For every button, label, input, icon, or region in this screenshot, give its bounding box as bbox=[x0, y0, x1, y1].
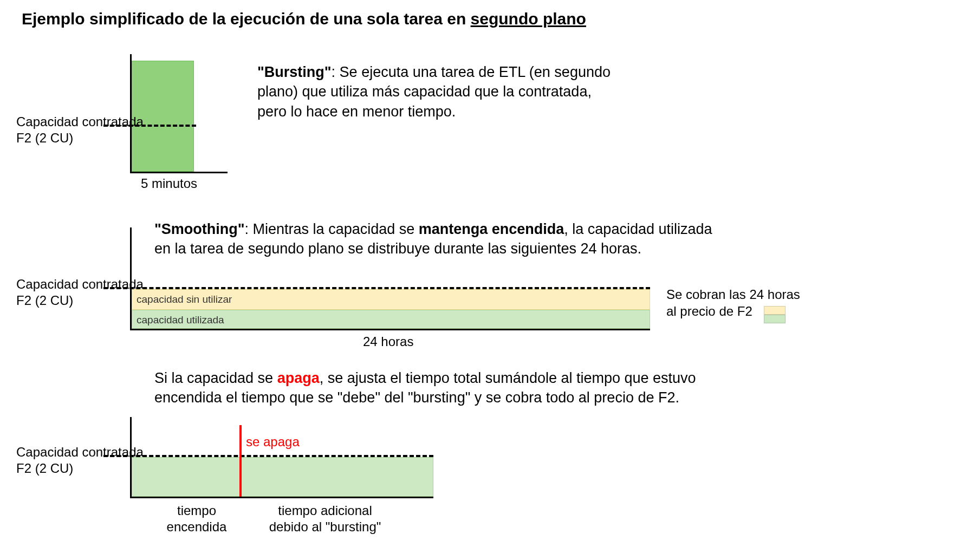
swatch-unused bbox=[764, 306, 786, 315]
bursting-concept: "Bursting" bbox=[257, 64, 332, 80]
note-line1: Se cobran las 24 horas bbox=[666, 287, 800, 302]
unused-capacity-label: capacidad sin utilizar bbox=[137, 294, 232, 305]
chart1-description: "Bursting": Se ejecuta una tarea de ETL … bbox=[257, 62, 615, 121]
x-axis bbox=[130, 172, 228, 173]
x-axis bbox=[130, 497, 433, 498]
title-underline: segundo plano bbox=[471, 10, 586, 28]
chart1-x-label: 5 minutos bbox=[141, 176, 197, 191]
chart2-x-label: 24 horas bbox=[363, 334, 413, 349]
ylabel-line1: Capacidad contratada bbox=[16, 114, 144, 129]
ylabel-line2: F2 (2 CU) bbox=[16, 461, 73, 476]
xlabel-left-1: tiempo bbox=[177, 503, 216, 518]
chart1-y-label: Capacidad contratada F2 (2 CU) bbox=[16, 114, 144, 146]
ylabel-line2: F2 (2 CU) bbox=[16, 293, 73, 308]
shutdown-line bbox=[239, 425, 242, 498]
xlabel-right-2: debido al "bursting" bbox=[269, 519, 381, 534]
chart3-description: Si la capacidad se apaga, se ajusta el t… bbox=[154, 368, 734, 408]
title-prefix: Ejemplo simplificado de la ejecución de … bbox=[22, 10, 471, 28]
xlabel-right-1: tiempo adicional bbox=[278, 503, 372, 518]
chart2-y-label: Capacidad contratada F2 (2 CU) bbox=[16, 276, 144, 309]
apaga-word: apaga bbox=[277, 370, 320, 386]
chart3-x-label-left: tiempo encendida bbox=[156, 503, 237, 535]
chart3-y-label: Capacidad contratada F2 (2 CU) bbox=[16, 444, 144, 477]
page-title: Ejemplo simplificado de la ejecución de … bbox=[22, 10, 586, 28]
note-line2: al precio de F2 bbox=[666, 304, 752, 318]
chart2-swatches bbox=[764, 306, 786, 323]
ylabel-line2: F2 (2 CU) bbox=[16, 131, 73, 145]
ylabel-line1: Capacidad contratada bbox=[16, 445, 144, 459]
used-capacity-label: capacidad utilizada bbox=[137, 314, 224, 326]
ylabel-line1: Capacidad contratada bbox=[16, 277, 144, 291]
chart3-x-label-right: tiempo adicional debido al "bursting" bbox=[249, 503, 401, 535]
shutdown-label: se apaga bbox=[246, 434, 300, 450]
xlabel-left-2: encendida bbox=[167, 519, 227, 534]
swatch-used bbox=[764, 315, 786, 323]
capacity-threshold-line bbox=[103, 287, 650, 289]
apaga-desc-pre: Si la capacidad se bbox=[154, 370, 277, 386]
chart-bursting bbox=[130, 54, 228, 173]
chart-smoothing: capacidad sin utilizar capacidad utiliza… bbox=[130, 227, 650, 330]
capacity-threshold-line bbox=[103, 455, 433, 457]
chart-apaga: se apaga bbox=[130, 417, 433, 498]
apaga-bar bbox=[132, 457, 433, 497]
x-axis bbox=[130, 329, 650, 330]
